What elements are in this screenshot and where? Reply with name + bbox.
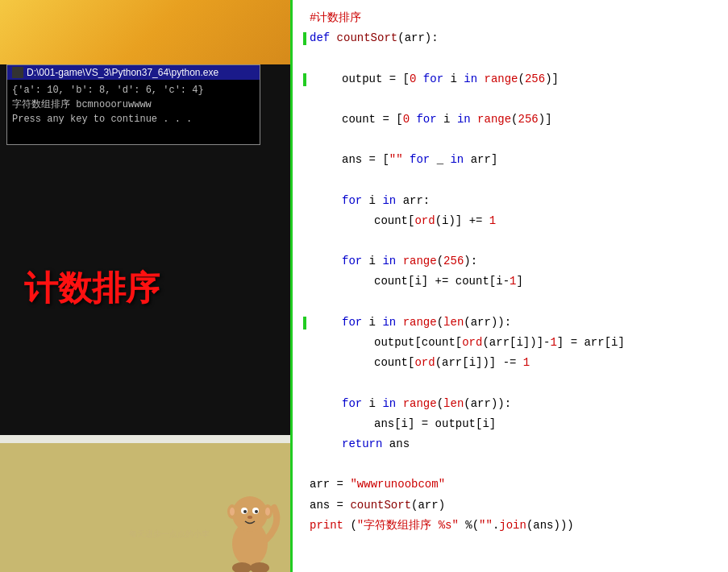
code-line-print: print ("字符数组排序 %s" %("".join(ans))) (303, 516, 715, 536)
code-line-blank2 (303, 89, 715, 110)
line-dot (303, 516, 310, 520)
code-line-for4: for i in range(len(arr)): (303, 394, 715, 414)
code-line-ans-call: ans = countSort(arr) (303, 495, 715, 516)
code-line-output-assign: output[count[ord(arr[i])]-1] = arr[i] (303, 333, 715, 353)
blank (310, 89, 715, 110)
line-dot-green (303, 313, 310, 330)
line-dot (303, 271, 310, 276)
left-panel: D:\001-game\VS_3\Python37_64\python.exe … (0, 0, 290, 572)
builtin-join: join (499, 519, 526, 532)
code-line-for3: for i in range(len(arr)): (303, 313, 715, 333)
code-area[interactable]: #计数排序 def countSort(arr): output = [0 fo… (290, 0, 728, 572)
kw-def: def (310, 31, 337, 44)
svg-point-9 (230, 508, 235, 516)
code-content: output = [0 for i in range(256)] (310, 69, 715, 89)
cmd-line-2: 字符数组排序 bcmnoooruwwww (12, 97, 255, 112)
line-dot (303, 130, 310, 134)
line-dot (303, 353, 310, 357)
blank (310, 130, 715, 150)
code-content: for i in arr: (310, 191, 715, 211)
code-line-count-ord: count[ord(i)] += 1 (303, 211, 715, 231)
cartoon-character (218, 475, 282, 572)
code-line-for2: for i in range(256): (303, 251, 715, 271)
bottom-decoration: 每天进步一点点的小李 (0, 443, 290, 572)
code-content: ans[i] = output[i] (310, 414, 715, 434)
num-256: 256 (525, 73, 545, 85)
line-dot-green (303, 28, 310, 45)
code-content: count = [0 for i in range(256)] (310, 110, 715, 130)
str-print: "字符数组排序 %s" (357, 519, 459, 532)
line-dot (303, 292, 310, 296)
builtin-print: print (310, 519, 343, 532)
code-content: for i in range(len(arr)): (310, 313, 715, 333)
line-dot-green (303, 69, 310, 86)
fn-call: countSort (350, 499, 411, 512)
svg-point-10 (265, 508, 270, 516)
line-dot (303, 454, 310, 458)
blank (310, 373, 715, 393)
blank (310, 454, 715, 475)
line-dot (303, 495, 310, 499)
code-content: ans = ["" for _ in arr] (310, 150, 715, 170)
line-dot (303, 191, 310, 195)
blank (310, 292, 715, 313)
line-dot (303, 434, 310, 438)
right-panel: #计数排序 def countSort(arr): output = [0 fo… (290, 0, 728, 572)
code-content: count[ord(arr[i])] -= 1 (310, 353, 715, 373)
blank (310, 171, 715, 191)
str-empty: "" (479, 519, 493, 532)
code-content: count[i] += count[i-1] (310, 271, 715, 292)
code-line-ans: ans = ["" for _ in arr] (303, 150, 715, 170)
kw-for: for (423, 73, 443, 85)
paren: (arr): (397, 31, 438, 44)
code-line-blank (303, 48, 715, 68)
red-title: 计数排序 (24, 266, 160, 311)
svg-point-1 (232, 496, 268, 532)
code-line-blank6 (303, 292, 715, 313)
code-content: for i in range(256): (310, 251, 715, 271)
line-dot (303, 110, 310, 114)
cmd-title: D:\001-game\VS_3\Python37_64\python.exe (27, 67, 218, 78)
str-arr: "wwwrunoobcom" (350, 478, 445, 491)
line-dot (303, 414, 310, 418)
code-line-blank4 (303, 171, 715, 191)
divider-line (290, 0, 293, 572)
line-dot (303, 211, 310, 215)
code-content: return ans (310, 434, 715, 454)
blank (310, 48, 715, 68)
code-content: output[count[ord(arr[i])]-1] = arr[i] (310, 333, 715, 353)
line-dot (303, 475, 310, 479)
svg-point-4 (243, 510, 247, 513)
line-dot (303, 373, 310, 377)
code-content: #计数排序 (310, 8, 715, 28)
line-dot (303, 89, 310, 93)
code-line-return: return ans (303, 434, 715, 454)
code-content: def countSort(arr): (310, 28, 715, 48)
code-line-blank3 (303, 130, 715, 150)
watermark: 每天进步一点点的小李 (129, 528, 210, 540)
comment-text: #计数排序 (310, 11, 361, 24)
code-content: for i in range(len(arr)): (310, 394, 715, 414)
code-content: arr = "wwwrunoobcom" (310, 475, 715, 495)
code-line-ans-assign: ans[i] = output[i] (303, 414, 715, 434)
line-dot (303, 251, 310, 255)
code-line-blank8 (303, 454, 715, 475)
line-dot (303, 48, 310, 52)
fn-name: countSort (337, 31, 398, 44)
code-line-output: output = [0 for i in range(256)] (303, 69, 715, 89)
code-line-blank7 (303, 373, 715, 393)
code-line-count-dec: count[ord(arr[i])] -= 1 (303, 353, 715, 373)
svg-point-5 (255, 510, 258, 513)
builtin-range: range (484, 73, 518, 85)
line-dot (303, 171, 310, 175)
code-line-count: count = [0 for i in range(256)] (303, 110, 715, 130)
blank (310, 231, 715, 251)
cmd-icon (12, 67, 23, 78)
line-dot (303, 333, 310, 337)
code-content: print ("字符数组排序 %s" %("".join(ans))) (310, 516, 715, 536)
line-dot (303, 231, 310, 235)
line-dot (303, 150, 310, 154)
code-line-for1: for i in arr: (303, 191, 715, 211)
var-output: output = [ (342, 73, 410, 85)
code-line-comment: #计数排序 (303, 8, 715, 28)
